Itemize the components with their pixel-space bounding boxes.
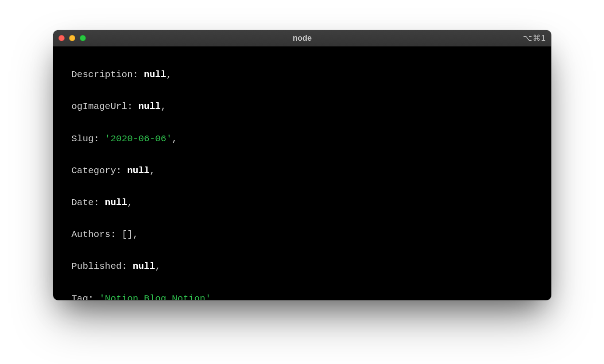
val-ogimageurl: null xyxy=(138,101,160,112)
zoom-icon[interactable] xyxy=(80,35,86,41)
terminal-window: node ⌥⌘1 Description: null, ogImageUrl: … xyxy=(53,30,551,300)
key-category: Category xyxy=(71,166,116,176)
val-slug: '2020-06-06' xyxy=(105,134,172,144)
terminal-output[interactable]: Description: null, ogImageUrl: null, Slu… xyxy=(53,46,551,300)
key-tag: Tag xyxy=(71,294,88,300)
minimize-icon[interactable] xyxy=(69,35,75,41)
val-authors: [] xyxy=(122,229,133,240)
key-authors: Authors xyxy=(71,229,110,240)
key-ogimageurl: ogImageUrl xyxy=(71,101,127,112)
val-date: null xyxy=(105,197,127,208)
val-category: null xyxy=(127,166,149,176)
window-shortcut: ⌥⌘1 xyxy=(523,33,546,43)
val-tag: 'Notion Blog,Notion' xyxy=(99,294,211,300)
titlebar: node ⌥⌘1 xyxy=(53,30,551,46)
traffic-lights xyxy=(58,35,94,41)
key-description: Description xyxy=(71,70,133,80)
key-slug: Slug xyxy=(71,134,93,144)
key-published: Published xyxy=(71,261,121,271)
window-title: node xyxy=(53,34,551,43)
key-date: Date xyxy=(71,197,93,208)
val-description: null xyxy=(144,70,166,80)
close-icon[interactable] xyxy=(58,35,65,41)
val-published: null xyxy=(133,261,155,271)
